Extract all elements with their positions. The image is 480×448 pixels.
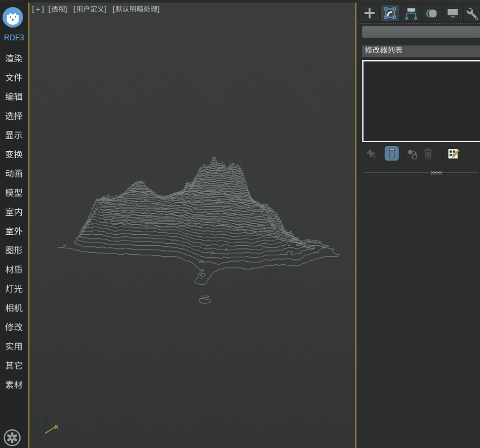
svg-text:Z: Z [45,414,49,421]
svg-text:]: ] [104,5,106,13]
svg-text:[: [ [74,5,76,13]
svg-text:X: X [54,423,59,430]
svg-text:[: [ [113,5,115,13]
svg-text:]: ] [65,5,67,13]
svg-text:]: ] [157,5,159,13]
svg-text:[: [ [49,5,51,13]
svg-text:Y: Y [33,425,37,432]
svg-text:[ + ]: [ + ] [32,5,44,13]
